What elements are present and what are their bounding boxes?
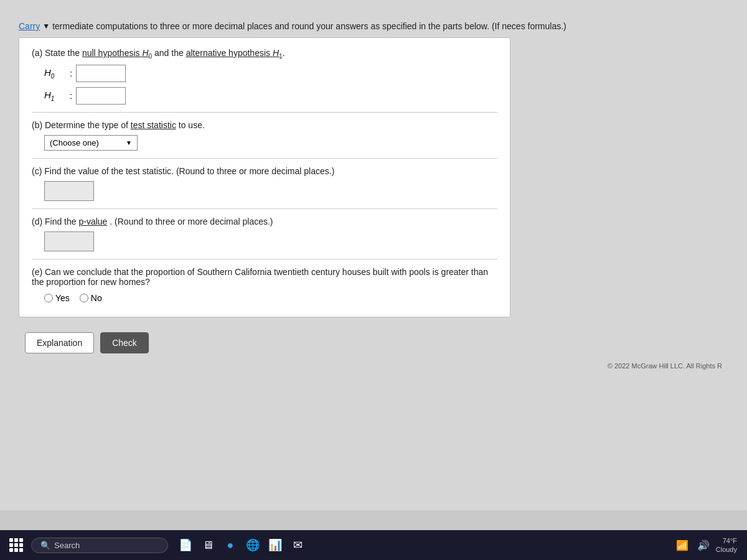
windows-logo (9, 538, 23, 552)
taskbar-edge-icon[interactable]: ● (220, 535, 240, 555)
explanation-button[interactable]: Explanation (25, 332, 94, 353)
null-hypothesis-link[interactable]: null hypothesis H0 (82, 48, 152, 58)
divider-d-e (32, 259, 497, 259)
part-c-label: (c) Find the value of the test statistic… (32, 166, 497, 176)
search-label: Search (54, 541, 80, 550)
alternative-hypothesis-link[interactable]: alternative hypothesis H1 (186, 48, 283, 58)
weather-condition: Cloudy (716, 545, 737, 554)
no-radio[interactable] (80, 294, 88, 302)
search-icon: 🔍 (40, 541, 50, 550)
taskbar-app3-icon[interactable]: ✉ (288, 535, 308, 555)
check-button[interactable]: Check (100, 332, 149, 353)
dropdown-chevron: ▼ (126, 139, 132, 146)
question-panel: (a) State the null hypothesis H0 and the… (19, 37, 510, 317)
taskbar-network-icon[interactable]: 📶 (674, 536, 691, 554)
weather-widget: 74°F Cloudy (716, 536, 737, 554)
weather-temp: 74°F (723, 536, 737, 545)
h1-label: H1 (44, 90, 66, 102)
taskbar: 🔍 Search 📄 🖥 ● 🌐 📊 ✉ 📶 🔊 74°F Cloudy (0, 530, 747, 560)
h1-row: H1 : (44, 87, 497, 105)
part-d-label: (d) Find the p-value . (Round to three o… (32, 217, 497, 226)
p-value-input[interactable] (44, 231, 94, 251)
part-b-label: (b) Determine the type of test statistic… (32, 120, 497, 130)
yes-option[interactable]: Yes (44, 293, 70, 303)
bottom-buttons: Explanation Check (12, 324, 735, 362)
test-statistic-input[interactable] (44, 181, 94, 201)
taskbar-file-icon[interactable]: 📄 (176, 535, 195, 555)
h0-row: H0 : (44, 65, 497, 82)
divider-b-c (32, 158, 497, 159)
carry-description: termediate computations to three or more… (52, 21, 566, 31)
taskbar-right: 📶 🔊 74°F Cloudy (674, 536, 741, 554)
carry-row: Carry ▼ termediate computations to three… (12, 15, 735, 34)
taskbar-sound-icon[interactable]: 🔊 (695, 536, 712, 554)
carry-link[interactable]: Carry (19, 21, 40, 31)
taskbar-monitor-icon[interactable]: 🖥 (198, 535, 218, 555)
carry-chevron[interactable]: ▼ (42, 22, 50, 30)
divider-c-d (32, 208, 497, 209)
start-button[interactable] (6, 535, 26, 555)
no-option[interactable]: No (80, 293, 102, 303)
copyright: © 2022 McGraw Hill LLC. All Rights R (12, 362, 735, 373)
p-value-link[interactable]: p-value (78, 217, 107, 226)
taskbar-search[interactable]: 🔍 Search (31, 538, 168, 553)
part-e-label: (e) Can we conclude that the proportion … (32, 267, 497, 287)
h0-input[interactable] (76, 65, 126, 82)
part-a-label: (a) State the null hypothesis H0 and the… (32, 48, 497, 60)
taskbar-app1-icon[interactable]: 🌐 (243, 535, 263, 555)
h0-label: H0 (44, 67, 66, 80)
choose-one-dropdown[interactable]: (Choose one) ▼ (44, 135, 138, 151)
test-statistic-link[interactable]: test statistic (131, 120, 176, 130)
taskbar-app2-icon[interactable]: 📊 (265, 535, 285, 555)
yes-radio[interactable] (44, 294, 53, 302)
main-content: Carry ▼ termediate computations to three… (0, 0, 747, 510)
h1-input[interactable] (76, 87, 126, 105)
taskbar-icons: 📄 🖥 ● 🌐 📊 ✉ (176, 535, 308, 555)
yes-no-row: Yes No (44, 293, 497, 303)
divider-a-b (32, 112, 497, 113)
